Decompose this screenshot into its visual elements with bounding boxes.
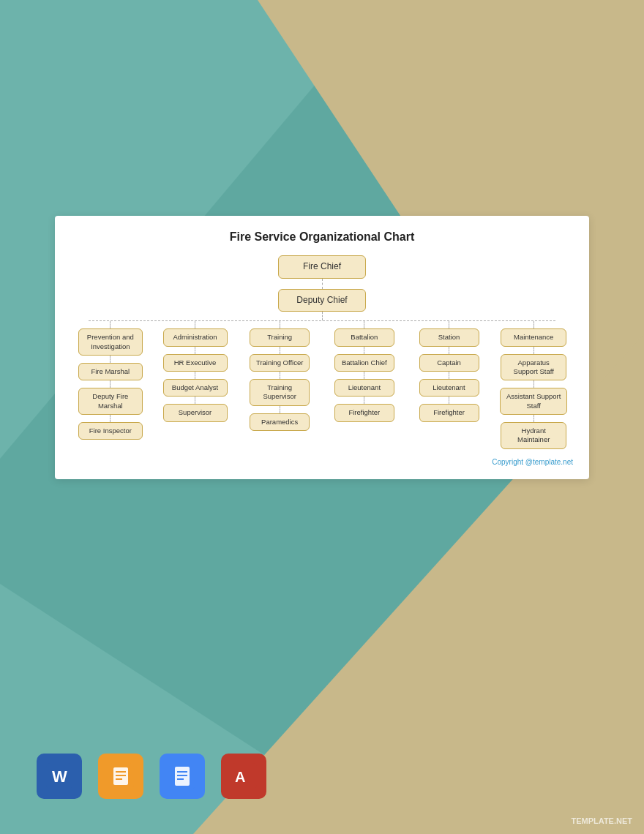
- node-apparatus-support: ApparatusSupport Staff: [501, 354, 566, 381]
- node-battalion-chief: Battalion Chief: [334, 354, 394, 372]
- watermark: TEMPLATE.NET: [571, 816, 632, 825]
- node-assistant-support: Assistant SupportStaff: [500, 388, 567, 415]
- node-battalion: Battalion: [334, 328, 394, 346]
- branch-administration: Administration HR Executive Budget Analy…: [153, 321, 238, 421]
- node-station: Station: [419, 328, 479, 346]
- node-fire-inspector: Fire Inspector: [78, 422, 143, 440]
- word-svg: W: [46, 763, 72, 789]
- node-hydrant-maintainer: HydrantMaintainer: [501, 422, 566, 449]
- word-icon[interactable]: W: [37, 754, 82, 799]
- node-lieutenant-battalion: Lieutenant: [334, 379, 394, 397]
- svg-text:A: A: [235, 769, 245, 785]
- pages-svg: [108, 763, 134, 789]
- node-fire-marshal: Fire Marshal: [78, 363, 143, 380]
- node-deputy-fire-marshal: Deputy FireMarshal: [78, 388, 143, 415]
- level-fire-chief: Fire Chief: [68, 255, 576, 279]
- connector-deputy-hline: [322, 312, 323, 320]
- branch-battalion: Battalion Battalion Chief Lieutenant Fir…: [322, 321, 407, 421]
- branch-prevention: Prevention andInvestigation Fire Marshal…: [68, 321, 153, 440]
- node-budget-analyst: Budget Analyst: [163, 379, 228, 397]
- branch-station: Station Captain Lieutenant Firefighter: [407, 321, 492, 421]
- connector-chief-deputy: [322, 279, 323, 289]
- node-lieutenant-station: Lieutenant: [419, 379, 479, 397]
- level-deputy-chief: Deputy Chief: [68, 289, 576, 312]
- org-chart-card: Fire Service Organizational Chart Fire C…: [55, 216, 589, 479]
- node-training: Training: [250, 328, 310, 346]
- copyright: Copyright @template.net: [68, 458, 576, 466]
- node-deputy-chief: Deputy Chief: [278, 289, 366, 312]
- pages-icon[interactable]: [98, 754, 143, 799]
- node-training-supervisor: TrainingSupervisor: [250, 379, 310, 406]
- docs-svg: [169, 763, 195, 789]
- pdf-icon[interactable]: A: [221, 754, 266, 799]
- pdf-svg: A: [231, 763, 257, 789]
- node-firefighter-battalion: Firefighter: [334, 404, 394, 421]
- node-captain: Captain: [419, 354, 479, 372]
- docs-icon[interactable]: [160, 754, 205, 799]
- org-chart: Fire Chief Deputy Chief Prevention andIn…: [68, 255, 576, 466]
- node-firefighter-station: Firefighter: [419, 404, 479, 421]
- node-maintenance: Maintenance: [501, 328, 566, 346]
- node-administration: Administration: [163, 328, 228, 346]
- svg-text:W: W: [52, 767, 67, 786]
- toolbar: W A: [37, 754, 266, 799]
- node-prevention: Prevention andInvestigation: [78, 328, 143, 356]
- node-training-officer: Training Officer: [250, 354, 310, 372]
- node-supervisor: Supervisor: [163, 404, 228, 421]
- node-fire-chief: Fire Chief: [278, 255, 366, 279]
- node-hr-executive: HR Executive: [163, 354, 228, 372]
- node-paramedics: Paramedics: [250, 413, 310, 431]
- branch-training: Training Training Officer TrainingSuperv…: [237, 321, 322, 431]
- chart-title: Fire Service Organizational Chart: [68, 230, 576, 244]
- branch-maintenance: Maintenance ApparatusSupport Staff Assis…: [491, 321, 576, 448]
- branch-row-l1: Prevention andInvestigation Fire Marshal…: [68, 321, 576, 448]
